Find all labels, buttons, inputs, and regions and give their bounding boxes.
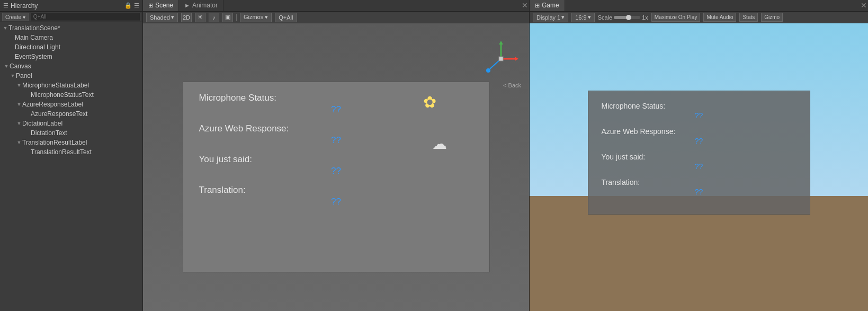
- scale-value: 1x: [642, 14, 648, 21]
- gizmo-back-btn[interactable]: < Back: [481, 82, 521, 89]
- shaded-dropdown[interactable]: Shaded ▾: [146, 13, 178, 22]
- tab-scene[interactable]: ⊞ Scene: [143, 0, 179, 11]
- effect-icon: ▣: [225, 14, 230, 21]
- scale-slider[interactable]: [614, 16, 640, 19]
- label-mic-status-label: MicrophoneStatusLabel: [22, 81, 89, 90]
- scene-viewport: ✿ ☁ Microphone Status: ?? Azure Web Resp…: [143, 23, 529, 311]
- hierarchy-item-mic-status-label[interactable]: ▼ MicrophoneStatusLabel: [0, 81, 142, 90]
- arrow-azure-response-label: ▼: [16, 100, 22, 109]
- game-azure-response-label: Azure Web Response:: [602, 127, 797, 136]
- maximize-on-play-button[interactable]: Maximize On Play: [651, 13, 701, 22]
- scene-search-label: Q+All: [279, 14, 293, 21]
- display-label: Display 1: [536, 14, 560, 21]
- hierarchy-item-event-system[interactable]: EventSystem: [0, 52, 142, 61]
- scene-tab-bar: ⊞ Scene ► Animator ✕: [143, 0, 529, 12]
- create-button[interactable]: Create ▾: [2, 13, 29, 21]
- scene-toolbar: Shaded ▾ 2D ☀ ♪ ▣ Gizmos ▾ Q+All: [143, 12, 529, 23]
- animator-tab-icon: ►: [184, 2, 190, 8]
- game-you-said-value: ??: [602, 162, 797, 171]
- hierarchy-title: Hierarchy: [11, 2, 122, 10]
- scene-root-label: TranslationScene*: [8, 23, 60, 33]
- animator-tab-label: Animator: [192, 2, 218, 9]
- game-translation-label: Translation:: [602, 178, 797, 186]
- audio-button[interactable]: ♪: [209, 13, 219, 22]
- label-azure-response-label: AzureResponseLabel: [22, 100, 83, 109]
- light-icon: ☀: [198, 14, 203, 21]
- scene-tab-icon: ⊞: [148, 2, 153, 9]
- scene-search[interactable]: Q+All: [275, 13, 297, 22]
- hierarchy-item-dictation-text[interactable]: DictationText: [0, 128, 142, 138]
- tab-animator[interactable]: ► Animator: [179, 0, 223, 11]
- scene-close-btn[interactable]: ✕: [521, 0, 529, 11]
- stats-button[interactable]: Stats: [739, 13, 758, 22]
- game-close-btn[interactable]: ✕: [860, 0, 868, 11]
- hierarchy-toolbar: Create ▾: [0, 12, 142, 22]
- arrow-canvas: ▼: [3, 61, 10, 71]
- menu-icon[interactable]: ☰: [134, 2, 139, 9]
- label-dictation-label: DictationLabel: [22, 119, 62, 128]
- hierarchy-item-translation-result-label[interactable]: ▼ TranslationResultLabel: [0, 138, 142, 147]
- hierarchy-search-box[interactable]: [31, 13, 140, 21]
- mode-2d-button[interactable]: 2D: [181, 13, 192, 22]
- canvas-ui-content: Microphone Status: ?? Azure Web Response…: [183, 82, 489, 226]
- hierarchy-item-main-camera[interactable]: Main Camera: [0, 33, 142, 42]
- game-toolbar: Display 1 ▾ 16:9 ▾ Scale 1x Maximize On …: [530, 12, 868, 23]
- game-translation-value: ??: [602, 188, 797, 196]
- arrow-dictation-label: ▼: [16, 119, 22, 128]
- scene-translation-value: ??: [199, 197, 473, 207]
- hierarchy-header: ☰ Hierarchy 🔒 ☰: [0, 0, 142, 12]
- game-mic-status-label: Microphone Status:: [602, 102, 797, 110]
- gizmo-svg: [481, 39, 521, 79]
- mute-audio-button[interactable]: Mute Audio: [703, 13, 736, 22]
- light-button[interactable]: ☀: [195, 13, 205, 22]
- arrow-panel: ▼: [10, 71, 16, 81]
- game-azure-response-value: ??: [602, 137, 797, 145]
- hierarchy-item-dictation-label[interactable]: ▼ DictationLabel: [0, 119, 142, 128]
- scene-bg: ✿ ☁ Microphone Status: ?? Azure Web Resp…: [143, 23, 529, 311]
- label-canvas: Canvas: [10, 61, 31, 71]
- svg-marker-1: [499, 41, 503, 45]
- hierarchy-item-panel[interactable]: ▼ Panel: [0, 71, 142, 81]
- game-mic-status-value: ??: [602, 111, 797, 120]
- scale-slider-thumb[interactable]: [626, 15, 631, 20]
- hierarchy-content: ▼ TranslationScene* Main Camera Directio…: [0, 22, 142, 311]
- lock-icon[interactable]: 🔒: [124, 2, 132, 9]
- game-gizmos-button[interactable]: Gizmo: [761, 13, 783, 22]
- hierarchy-item-azure-response-text[interactable]: AzureResponseText: [0, 109, 142, 119]
- label-azure-response-text: AzureResponseText: [31, 109, 87, 119]
- scene-tab-label: Scene: [155, 2, 173, 9]
- shaded-arrow: ▾: [171, 14, 174, 21]
- game-tab-icon: ⊞: [535, 2, 540, 9]
- hierarchy-item-azure-response-label[interactable]: ▼ AzureResponseLabel: [0, 100, 142, 109]
- hierarchy-panel: ☰ Hierarchy 🔒 ☰ Create ▾ ▼ TranslationSc…: [0, 0, 143, 311]
- cloud-icon: ☁: [432, 135, 447, 153]
- gizmos-dropdown[interactable]: Gizmos ▾: [240, 13, 272, 22]
- tab-game[interactable]: ⊞ Game: [530, 0, 565, 11]
- label-panel: Panel: [16, 71, 32, 81]
- game-tab-label: Game: [542, 2, 559, 9]
- label-translation-result-text: TranslationResultText: [31, 147, 92, 157]
- audio-icon: ♪: [212, 14, 216, 21]
- hierarchy-controls: 🔒 ☰: [124, 2, 139, 9]
- display-dropdown[interactable]: Display 1 ▾: [533, 13, 568, 22]
- game-canvas-ui: Microphone Status: ?? Azure Web Response…: [588, 91, 810, 215]
- game-panel: ⊞ Game ✕ Display 1 ▾ 16:9 ▾ Scale 1x Max…: [529, 0, 868, 311]
- effect-button[interactable]: ▣: [222, 13, 233, 22]
- hierarchy-item-translation-result-text[interactable]: TranslationResultText: [0, 147, 142, 157]
- label-mic-status-text: MicrophoneStatusText: [31, 90, 94, 100]
- aspect-ratio-label: 16:9: [575, 14, 586, 21]
- scene-root-item[interactable]: ▼ TranslationScene*: [0, 23, 142, 33]
- mode-2d-label: 2D: [183, 14, 190, 21]
- hierarchy-search-input[interactable]: [33, 14, 138, 20]
- label-main-camera: Main Camera: [15, 33, 53, 42]
- scale-control: Scale 1x: [598, 14, 648, 21]
- scene-you-said-value: ??: [199, 166, 473, 176]
- scene-translation-label: Translation:: [199, 185, 473, 196]
- sun-icon: ✿: [423, 93, 436, 111]
- game-you-said-label: You just said:: [602, 153, 797, 161]
- hierarchy-item-directional-light[interactable]: Directional Light: [0, 42, 142, 52]
- aspect-ratio-dropdown[interactable]: 16:9 ▾: [571, 13, 594, 22]
- hierarchy-item-canvas[interactable]: ▼ Canvas: [0, 61, 142, 71]
- hierarchy-item-mic-status-text[interactable]: MicrophoneStatusText: [0, 90, 142, 100]
- scene-canvas-ui: ✿ ☁ Microphone Status: ?? Azure Web Resp…: [183, 82, 490, 272]
